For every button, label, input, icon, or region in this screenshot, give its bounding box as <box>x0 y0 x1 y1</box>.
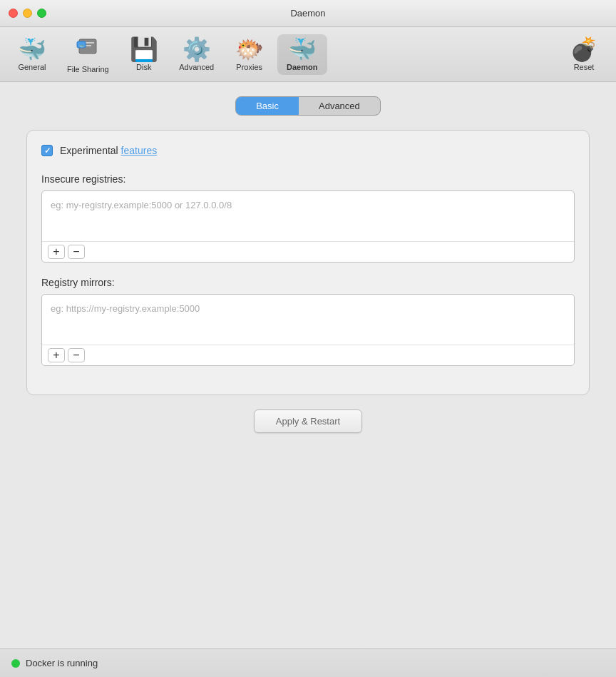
status-text: Docker is running <box>26 658 98 668</box>
experimental-text: Experimental <box>60 145 118 156</box>
check-mark: ✓ <box>44 147 51 155</box>
insecure-registries-placeholder: eg: my-registry.example:5000 or 127.0.0.… <box>51 200 232 210</box>
features-link[interactable]: features <box>121 145 158 156</box>
svg-text:🐳: 🐳 <box>79 43 85 49</box>
file-sharing-icon: 🐳 <box>76 35 100 63</box>
basic-tab[interactable]: Basic <box>236 97 299 115</box>
advanced-icon: ⚙️ <box>183 38 211 61</box>
registry-mirrors-add-button[interactable]: + <box>48 348 65 362</box>
proxies-icon: 🐡 <box>235 38 264 61</box>
registry-mirrors-remove-button[interactable]: − <box>68 348 85 362</box>
registry-mirrors-controls: + − <box>42 345 574 365</box>
registry-mirrors-section: Registry mirrors: eg: https://my-registr… <box>41 277 575 366</box>
title-bar: Daemon <box>0 0 616 27</box>
main-content: Basic Advanced ✓ Experimental features I… <box>0 82 616 648</box>
disk-icon: 💾 <box>130 38 158 61</box>
general-icon: 🐳 <box>18 38 46 61</box>
insecure-registries-add-button[interactable]: + <box>48 245 65 259</box>
segmented-control: Basic Advanced <box>235 96 381 116</box>
reset-label: Reset <box>574 63 595 71</box>
insecure-registries-label: Insecure registries: <box>41 173 575 185</box>
status-bar: Docker is running <box>0 648 616 677</box>
toolbar-item-file-sharing[interactable]: 🐳 File Sharing <box>60 31 116 77</box>
advanced-tab[interactable]: Advanced <box>299 97 380 115</box>
insecure-registries-box: eg: my-registry.example:5000 or 127.0.0.… <box>41 190 575 263</box>
close-button[interactable] <box>9 9 18 18</box>
file-sharing-label: File Sharing <box>67 65 109 73</box>
general-label: General <box>18 63 46 71</box>
insecure-registries-remove-button[interactable]: − <box>68 245 85 259</box>
toolbar-item-disk[interactable]: 💾 Disk <box>119 34 169 75</box>
traffic-lights <box>9 9 46 18</box>
toolbar-item-advanced[interactable]: ⚙️ Advanced <box>172 34 222 75</box>
registry-mirrors-placeholder: eg: https://my-registry.example:5000 <box>51 303 200 314</box>
registry-mirrors-label: Registry mirrors: <box>41 277 575 288</box>
settings-panel: ✓ Experimental features Insecure registr… <box>26 130 590 395</box>
toolbar-item-daemon[interactable]: 🐳 Daemon <box>277 34 327 75</box>
advanced-label: Advanced <box>179 63 214 71</box>
status-dot <box>11 659 20 668</box>
insecure-registries-input-area[interactable]: eg: my-registry.example:5000 or 127.0.0.… <box>42 191 574 241</box>
experimental-label: Experimental features <box>60 145 157 156</box>
toolbar-item-proxies[interactable]: 🐡 Proxies <box>225 34 274 75</box>
window-title: Daemon <box>290 8 325 19</box>
toolbar: 🐳 General 🐳 File Sharing 💾 Disk ⚙️ Advan… <box>0 27 616 82</box>
disk-label: Disk <box>136 63 151 71</box>
toolbar-item-general[interactable]: 🐳 General <box>7 34 57 75</box>
experimental-row: ✓ Experimental features <box>41 145 575 156</box>
daemon-icon: 🐳 <box>288 38 317 61</box>
insecure-registries-controls: + − <box>42 241 574 262</box>
proxies-label: Proxies <box>236 63 262 71</box>
apply-restart-button[interactable]: Apply & Restart <box>254 409 362 433</box>
registry-mirrors-input-area[interactable]: eg: https://my-registry.example:5000 <box>42 295 574 345</box>
daemon-label: Daemon <box>287 63 317 71</box>
maximize-button[interactable] <box>37 9 46 18</box>
experimental-checkbox[interactable]: ✓ <box>41 145 53 156</box>
minimize-button[interactable] <box>23 9 32 18</box>
apply-btn-container: Apply & Restart <box>254 395 362 440</box>
insecure-registries-section: Insecure registries: eg: my-registry.exa… <box>41 173 575 263</box>
reset-icon: 💣 <box>570 38 598 61</box>
toolbar-item-reset[interactable]: 💣 Reset <box>559 34 609 75</box>
registry-mirrors-box: eg: https://my-registry.example:5000 + − <box>41 294 575 366</box>
